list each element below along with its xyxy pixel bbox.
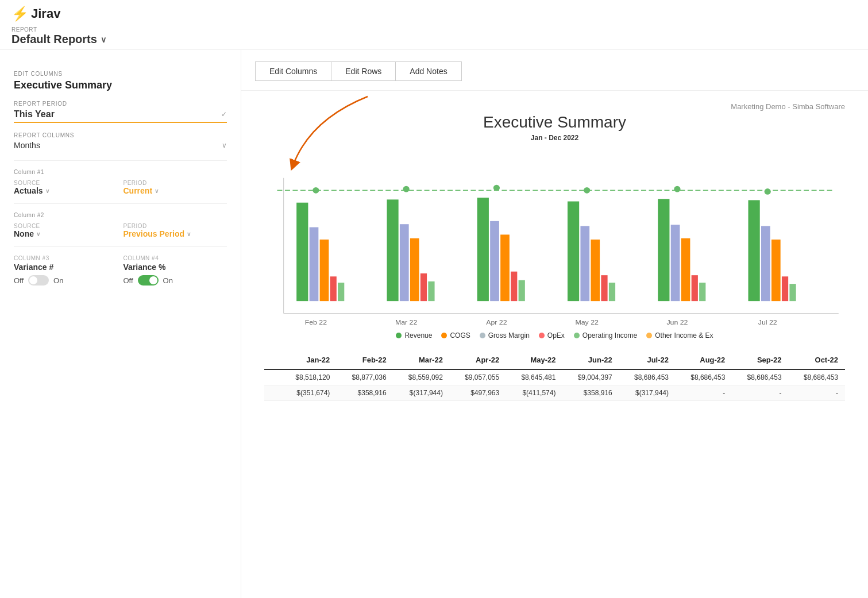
svg-rect-18 <box>490 221 499 301</box>
toolbar: Edit Columns Edit Rows Add Notes <box>241 50 868 91</box>
svg-rect-30 <box>692 275 698 301</box>
col-jul22: Jul-22 <box>619 351 676 369</box>
col2-period-caret[interactable]: ∨ <box>187 231 191 237</box>
app-header: ⚡ Jirav REPORT Default Reports ∨ <box>0 0 868 50</box>
row1-mar: $8,559,092 <box>394 369 450 385</box>
row1-jan: $8,518,120 <box>280 369 337 385</box>
svg-point-5 <box>674 186 680 192</box>
add-notes-button[interactable]: Add Notes <box>396 61 461 81</box>
column4-toggle-row: Off On <box>124 275 227 286</box>
report-content: Marketing Demo - Simba Software Executiv… <box>241 91 868 412</box>
row2-feb: $358,916 <box>337 385 393 401</box>
row2-sep: - <box>732 385 788 401</box>
row1-sep: $8,686,453 <box>732 369 788 385</box>
col4-toggle[interactable] <box>138 275 159 286</box>
col-feb22: Feb-22 <box>337 351 393 369</box>
legend-gross-margin-dot <box>480 333 485 338</box>
columns-chevron[interactable]: ∨ <box>222 141 227 149</box>
svg-rect-13 <box>400 224 409 301</box>
legend-revenue: Revenue <box>396 331 432 339</box>
svg-rect-21 <box>519 280 525 301</box>
svg-rect-35 <box>782 276 788 301</box>
table-row: $(351,674) $358,916 $(317,944) $497,963 … <box>264 385 845 401</box>
row1-feb: $8,877,036 <box>337 369 393 385</box>
svg-rect-34 <box>771 240 781 301</box>
app-logo: ⚡ Jirav <box>11 6 857 22</box>
report-columns-label: REPORT COLUMNS <box>14 132 227 138</box>
legend-gross-margin-label: Gross Margin <box>488 331 530 339</box>
svg-rect-31 <box>699 283 705 301</box>
column3-item: COLUMN #3 Variance # Off On <box>14 255 118 286</box>
col34-grid: COLUMN #3 Variance # Off On COLUMN #4 Va… <box>14 255 227 286</box>
edit-rows-button[interactable]: Edit Rows <box>331 61 396 81</box>
legend-cogs-dot <box>441 333 447 338</box>
chart-legend: Revenue COGS Gross Margin OpEx Operating… <box>264 331 845 339</box>
svg-rect-19 <box>500 234 510 301</box>
legend-operating-income: Operating Income <box>574 331 637 339</box>
row-label-1 <box>264 369 280 385</box>
svg-rect-17 <box>477 198 489 301</box>
row2-jan: $(351,674) <box>280 385 337 401</box>
svg-rect-9 <box>320 240 329 301</box>
table-row: $8,518,120 $8,877,036 $8,559,092 $9,057,… <box>264 369 845 385</box>
svg-rect-11 <box>338 283 344 301</box>
table-header-row: Jan-22 Feb-22 Mar-22 Apr-22 May-22 Jun-2… <box>264 351 845 369</box>
divider1 <box>14 160 227 161</box>
edit-columns-button[interactable]: Edit Columns <box>255 61 331 81</box>
svg-text:Mar 22: Mar 22 <box>395 318 418 326</box>
legend-revenue-label: Revenue <box>404 331 432 339</box>
svg-rect-14 <box>410 238 419 301</box>
legend-opex-label: OpEx <box>547 331 565 339</box>
svg-point-4 <box>584 187 590 194</box>
svg-rect-22 <box>568 202 579 302</box>
main-layout: EDIT COLUMNS Executive Summary REPORT PE… <box>0 50 868 598</box>
col-label-header <box>264 351 280 369</box>
column1-source: SOURCE Actuals ∨ <box>14 180 118 195</box>
report-name: Executive Summary <box>14 79 227 91</box>
row2-apr: $497,963 <box>450 385 506 401</box>
col3-toggle[interactable] <box>28 275 49 286</box>
report-company: Marketing Demo - Simba Software <box>264 102 845 111</box>
col3-on-label: On <box>53 276 63 285</box>
svg-point-6 <box>765 188 771 195</box>
svg-rect-10 <box>330 276 337 301</box>
chart-area: Feb 22 Mar 22 Apr 22 May 22 Jun 22 Jul 2… <box>264 153 845 326</box>
column1-grid: SOURCE Actuals ∨ PERIOD Current ∨ <box>14 180 227 195</box>
column2-header: Column #2 <box>14 212 227 218</box>
column2-period: PERIOD Previous Period ∨ <box>124 223 227 238</box>
report-main-title: Executive Summary <box>264 113 845 132</box>
column2-source: SOURCE None ∨ <box>14 223 118 238</box>
svg-rect-27 <box>658 199 669 301</box>
column2-section: Column #2 SOURCE None ∨ PERIOD Previous … <box>14 212 227 238</box>
col-may22: May-22 <box>506 351 562 369</box>
column1-period-value: Current ∨ <box>124 186 227 195</box>
col2-source-caret[interactable]: ∨ <box>36 231 40 237</box>
svg-rect-20 <box>511 272 517 301</box>
svg-rect-12 <box>387 199 398 301</box>
col1-source-caret[interactable]: ∨ <box>45 188 49 194</box>
report-period-value: This Year <box>14 109 55 119</box>
col1-period-caret[interactable]: ∨ <box>155 188 159 194</box>
divider3 <box>14 246 227 247</box>
legend-cogs-label: COGS <box>450 331 470 339</box>
legend-gross-margin: Gross Margin <box>480 331 530 339</box>
columns-value: Months <box>14 141 40 150</box>
legend-opex-dot <box>539 333 545 338</box>
svg-rect-29 <box>681 238 690 301</box>
svg-text:May 22: May 22 <box>575 318 599 326</box>
report-period-chevron[interactable]: ✓ <box>221 110 227 118</box>
legend-other-income-dot <box>646 333 652 338</box>
divider2 <box>14 203 227 204</box>
svg-text:Apr 22: Apr 22 <box>486 318 507 326</box>
column2-grid: SOURCE None ∨ PERIOD Previous Period ∨ <box>14 223 227 238</box>
left-panel: EDIT COLUMNS Executive Summary REPORT PE… <box>0 50 241 598</box>
report-title-chevron[interactable]: ∨ <box>101 35 106 44</box>
column3-toggle-row: Off On <box>14 275 118 286</box>
row1-aug: $8,686,453 <box>676 369 732 385</box>
col-aug22: Aug-22 <box>676 351 732 369</box>
col4-on-label: On <box>163 276 173 285</box>
svg-rect-25 <box>601 275 607 301</box>
svg-rect-24 <box>591 240 600 301</box>
row1-oct: $8,686,453 <box>789 369 845 385</box>
chart-svg: Feb 22 Mar 22 Apr 22 May 22 Jun 22 Jul 2… <box>264 153 845 326</box>
